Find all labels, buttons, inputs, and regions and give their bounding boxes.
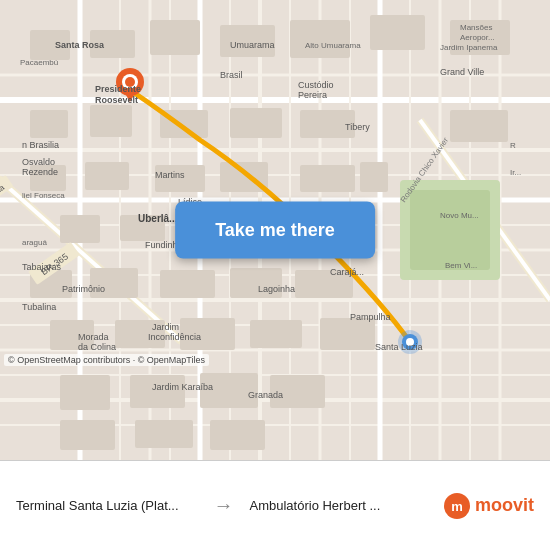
svg-text:Santa Luzia: Santa Luzia (375, 342, 423, 352)
route-from: Terminal Santa Luzia (Plat... (16, 498, 198, 513)
svg-rect-50 (85, 162, 129, 190)
route-to: Ambulatório Herbert ... (250, 498, 432, 513)
svg-text:Novo Mu...: Novo Mu... (440, 211, 479, 220)
svg-rect-38 (150, 20, 200, 55)
svg-text:Rezende: Rezende (22, 167, 58, 177)
svg-text:Granada: Granada (248, 390, 283, 400)
map-container: BR-365 Rodovia Santa Rosa Pacaembú Presi… (0, 0, 550, 460)
svg-rect-46 (230, 108, 282, 138)
svg-rect-55 (60, 215, 100, 243)
svg-rect-62 (160, 270, 215, 298)
svg-text:Aeropor...: Aeropor... (460, 33, 495, 42)
svg-rect-41 (370, 15, 425, 50)
moovit-logo: m moovit (443, 492, 534, 520)
svg-text:Brasil: Brasil (220, 70, 243, 80)
svg-rect-35 (410, 190, 490, 270)
svg-text:Alto Umuarama: Alto Umuarama (305, 41, 361, 50)
svg-text:liel Fonseca: liel Fonseca (22, 191, 65, 200)
svg-rect-48 (450, 110, 508, 142)
svg-text:Patrimônio: Patrimônio (62, 284, 105, 294)
svg-text:Santa Rosa: Santa Rosa (55, 40, 105, 50)
svg-text:Martins: Martins (155, 170, 185, 180)
svg-rect-69 (320, 318, 375, 350)
svg-text:Lagoinha: Lagoinha (258, 284, 295, 294)
svg-text:Carajá...: Carajá... (330, 267, 364, 277)
svg-rect-68 (250, 320, 302, 348)
map-attribution: © OpenStreetMap contributors · © OpenMap… (4, 354, 209, 366)
svg-rect-53 (300, 165, 355, 192)
svg-text:Grand Ville: Grand Ville (440, 67, 484, 77)
svg-text:Ir...: Ir... (510, 168, 521, 177)
svg-rect-44 (90, 105, 132, 137)
svg-rect-40 (290, 20, 350, 58)
svg-text:Jardim: Jardim (152, 322, 179, 332)
route-to-value: Ambulatório Herbert ... (250, 498, 432, 513)
app: BR-365 Rodovia Santa Rosa Pacaembú Presi… (0, 0, 550, 550)
svg-rect-76 (210, 420, 265, 450)
svg-rect-74 (60, 420, 115, 450)
svg-text:Inconfidência: Inconfidência (148, 332, 201, 342)
svg-rect-54 (360, 162, 388, 192)
svg-text:Presidente: Presidente (95, 84, 141, 94)
svg-text:Tubalina: Tubalina (22, 302, 56, 312)
svg-text:Jardim Ipanema: Jardim Ipanema (440, 43, 498, 52)
take-me-there-button[interactable]: Take me there (175, 202, 375, 259)
svg-rect-75 (135, 420, 193, 448)
svg-text:Tibery: Tibery (345, 122, 370, 132)
svg-text:Pampulha: Pampulha (350, 312, 391, 322)
svg-text:Pacaembú: Pacaembú (20, 58, 58, 67)
svg-rect-70 (60, 375, 110, 410)
moovit-logo-icon: m (443, 492, 471, 520)
svg-text:R: R (510, 141, 516, 150)
svg-text:Morada: Morada (78, 332, 109, 342)
svg-text:Uberlâ...: Uberlâ... (138, 213, 178, 224)
svg-text:Pereira: Pereira (298, 90, 327, 100)
svg-text:Umuarama: Umuarama (230, 40, 275, 50)
svg-text:Jardim Karaíba: Jardim Karaíba (152, 382, 213, 392)
svg-text:Tabajaras: Tabajaras (22, 262, 62, 272)
moovit-logo-text: moovit (475, 495, 534, 516)
route-arrow: → (210, 494, 238, 517)
route-from-value: Terminal Santa Luzia (Plat... (16, 498, 198, 513)
bottom-bar: Terminal Santa Luzia (Plat... → Ambulató… (0, 460, 550, 550)
svg-text:da Colina: da Colina (78, 342, 116, 352)
svg-text:Bem Vi...: Bem Vi... (445, 261, 477, 270)
svg-text:araguá: araguá (22, 238, 47, 247)
svg-text:Osvaldo: Osvaldo (22, 157, 55, 167)
svg-text:n Brasilia: n Brasilia (22, 140, 59, 150)
svg-text:Custódio: Custódio (298, 80, 334, 90)
svg-rect-43 (30, 110, 68, 138)
svg-text:Mansões: Mansões (460, 23, 492, 32)
svg-text:m: m (451, 499, 463, 514)
svg-text:Roosevelt: Roosevelt (95, 95, 138, 105)
